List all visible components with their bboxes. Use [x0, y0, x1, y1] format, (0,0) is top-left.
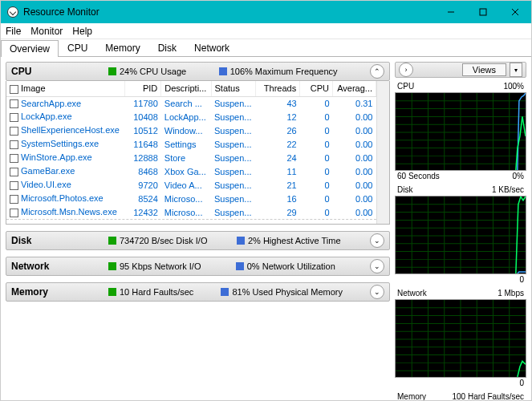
desc-cell: Window... — [161, 124, 211, 137]
disk-section-header[interactable]: Disk 734720 B/sec Disk I/O 2% Highest Ac… — [6, 231, 390, 250]
swatch-icon — [108, 262, 116, 270]
process-table: Image PID Descripti... Status Threads CP… — [6, 81, 390, 225]
checkbox-icon[interactable] — [10, 140, 18, 149]
table-row[interactable]: GameBar.exe8468Xbox Ga...Suspen...1100.0… — [6, 164, 376, 178]
chevron-right-icon[interactable]: › — [399, 63, 413, 77]
memory-faults-metric: 10 Hard Faults/sec — [108, 287, 193, 297]
checkbox-icon[interactable] — [10, 85, 18, 94]
pid-cell: 9720 — [125, 178, 161, 192]
threads-cell: 21 — [256, 178, 300, 192]
graph-title: Disk — [397, 185, 412, 194]
checkbox-icon[interactable] — [10, 127, 18, 136]
process-name: WinStore.App.exe — [21, 152, 92, 162]
svg-rect-1 — [480, 9, 486, 15]
memory-section-label: Memory — [11, 286, 104, 298]
checkbox-icon[interactable] — [10, 154, 18, 163]
menu-help[interactable]: Help — [72, 26, 92, 37]
process-name: GameBar.exe — [21, 166, 75, 176]
threads-cell: 12 — [256, 110, 300, 124]
avg-cell: 0.00 — [333, 110, 376, 124]
status-cell: Suspen... — [211, 110, 256, 124]
checkbox-icon[interactable] — [10, 99, 18, 108]
tab-network[interactable]: Network — [185, 39, 238, 56]
table-row[interactable]: SystemSettings.exe11648SettingsSuspen...… — [6, 137, 376, 151]
status-cell: Suspen... — [211, 151, 256, 164]
tab-overview[interactable]: Overview — [1, 40, 59, 57]
cpu-cell: 0 — [300, 178, 333, 192]
cpu-section-label: CPU — [11, 66, 104, 77]
tab-disk[interactable]: Disk — [149, 39, 185, 56]
tab-cpu[interactable]: CPU — [59, 39, 96, 56]
threads-cell: 29 — [256, 205, 300, 219]
desc-cell: Settings — [161, 137, 211, 151]
memory-used-metric: 81% Used Physical Memory — [221, 287, 343, 297]
table-row[interactable]: Microsoft.Msn.News.exe12432Microso...Sus… — [6, 205, 376, 219]
menu-monitor[interactable]: Monitor — [30, 26, 63, 37]
swatch-icon — [221, 288, 229, 296]
desc-cell: Microso... — [161, 205, 211, 219]
chevron-down-icon[interactable]: ⌄ — [370, 259, 384, 273]
menubar: File Monitor Help — [1, 23, 531, 39]
table-row[interactable]: Microsoft.Photos.exe8524Microso...Suspen… — [6, 192, 376, 205]
threads-cell: 24 — [256, 151, 300, 164]
swatch-icon — [108, 288, 116, 296]
avg-cell: 0.31 — [333, 96, 376, 110]
pid-cell: 11648 — [125, 137, 161, 151]
col-pid[interactable]: PID — [125, 81, 161, 96]
col-status[interactable]: Status — [211, 81, 256, 96]
vertical-scrollbar[interactable] — [376, 81, 389, 224]
col-desc[interactable]: Descripti... — [161, 81, 211, 96]
disk-io-metric: 734720 B/sec Disk I/O — [108, 236, 207, 245]
desc-cell: LockApp... — [161, 110, 211, 124]
disk-active-metric: 2% Highest Active Time — [237, 236, 341, 245]
checkbox-icon[interactable] — [10, 195, 18, 204]
checkbox-icon[interactable] — [10, 113, 18, 122]
cpu-section-header[interactable]: CPU 24% CPU Usage 106% Maximum Frequency… — [6, 62, 390, 81]
pid-cell: 12888 — [125, 151, 161, 164]
network-section-header[interactable]: Network 95 Kbps Network I/O 0% Network U… — [6, 257, 390, 276]
app-icon — [7, 6, 18, 18]
graph-max-label: 1 Mbps — [497, 289, 524, 298]
process-name: Microsoft.Photos.exe — [21, 193, 104, 203]
network-graph: Network 1 Mbps 0 — [395, 299, 526, 378]
checkbox-icon[interactable] — [10, 209, 18, 217]
col-image[interactable]: Image — [6, 81, 125, 96]
graph-xaxis-label: 60 Seconds — [397, 172, 440, 180]
status-cell: Suspen... — [211, 137, 256, 151]
tab-memory[interactable]: Memory — [96, 39, 148, 56]
col-threads[interactable]: Threads — [256, 81, 300, 96]
chevron-up-icon[interactable]: ⌃ — [370, 64, 384, 79]
swatch-icon — [108, 67, 116, 75]
menu-file[interactable]: File — [6, 26, 21, 37]
checkbox-icon[interactable] — [10, 168, 18, 176]
avg-cell: 0.00 — [333, 205, 376, 219]
col-cpu[interactable]: CPU — [300, 81, 333, 96]
table-row[interactable]: WinStore.App.exe12888StoreSuspen...2400.… — [6, 151, 376, 164]
window-title: Resource Monitor — [23, 6, 435, 18]
close-button[interactable] — [499, 1, 531, 23]
cpu-cell: 0 — [300, 205, 333, 219]
threads-cell: 22 — [256, 137, 300, 151]
process-name: LockApp.exe — [21, 111, 72, 121]
minimize-button[interactable] — [435, 1, 467, 23]
table-row[interactable]: ShellExperienceHost.exe10512Window...Sus… — [6, 124, 376, 137]
titlebar[interactable]: Resource Monitor — [1, 1, 531, 23]
pid-cell: 8524 — [125, 192, 161, 205]
swatch-icon — [237, 237, 245, 245]
memory-section-header[interactable]: Memory 10 Hard Faults/sec 81% Used Physi… — [6, 282, 390, 302]
maximize-button[interactable] — [467, 1, 499, 23]
graph-max-label: 100% — [503, 82, 524, 91]
chevron-down-icon[interactable]: ⌄ — [370, 233, 384, 248]
network-section-label: Network — [11, 261, 104, 272]
cpu-cell: 0 — [300, 192, 333, 205]
views-button[interactable]: Views — [462, 63, 506, 76]
table-row[interactable]: Video.UI.exe9720Video A...Suspen...2100.… — [6, 178, 376, 192]
table-row[interactable]: SearchApp.exe11780Search ...Suspen...430… — [6, 96, 376, 110]
table-row[interactable]: LockApp.exe10408LockApp...Suspen...1200.… — [6, 110, 376, 124]
desc-cell: Xbox Ga... — [161, 164, 211, 178]
col-avg[interactable]: Averag... — [333, 81, 376, 96]
avg-cell: 0.00 — [333, 137, 376, 151]
views-dropdown-icon[interactable]: ▾ — [510, 63, 522, 77]
checkbox-icon[interactable] — [10, 181, 18, 190]
chevron-down-icon[interactable]: ⌄ — [370, 285, 384, 299]
